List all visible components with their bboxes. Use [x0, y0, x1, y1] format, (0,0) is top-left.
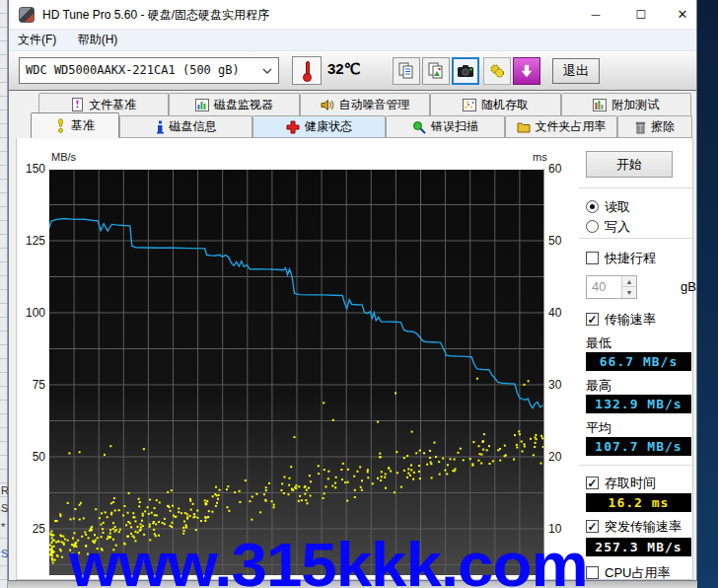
copy-text-button[interactable]: [393, 57, 420, 85]
info-icon: [156, 120, 165, 134]
write-radio-label: 写入: [605, 218, 630, 236]
tab-label: 自动噪音管理: [339, 97, 410, 113]
access-time-label: 存取时间: [605, 475, 656, 492]
access-time-row[interactable]: 存取时间: [586, 475, 656, 491]
avg-label: 平均: [586, 419, 611, 437]
file-benchmark-icon: [71, 98, 84, 111]
read-radio[interactable]: [586, 200, 599, 213]
write-radio[interactable]: [586, 220, 599, 233]
shortstroke-checkbox[interactable]: [586, 252, 599, 264]
menubar: 文件(F) 帮助(H): [9, 30, 696, 51]
background-text-fragment: *: [1, 522, 5, 533]
right-axis-tick-label: 60: [548, 162, 561, 176]
transfer-checkbox[interactable]: [586, 313, 599, 326]
magnifier-icon: [412, 120, 426, 134]
shortstroke-value: 40: [592, 279, 606, 294]
left-axis-tick-label: 50: [16, 450, 45, 464]
shortstroke-unit: gB: [681, 279, 696, 294]
tab-label: 磁盘监视器: [214, 97, 273, 113]
separator: [579, 465, 694, 466]
options-button[interactable]: [483, 57, 511, 85]
toolbar: WDC WD5000AAKX-221CA1 (500 gB) 32℃: [9, 51, 696, 91]
minimize-button[interactable]: ─: [577, 0, 614, 30]
chevron-down-icon: [262, 67, 272, 75]
menu-help[interactable]: 帮助(H): [69, 30, 127, 50]
start-button[interactable]: 开始: [586, 151, 673, 178]
write-radio-row[interactable]: 写入: [586, 218, 630, 235]
right-axis-tick-label: 50: [548, 234, 561, 248]
maximize-button[interactable]: ☐: [622, 0, 660, 30]
tab-random-access[interactable]: 随机存取: [430, 93, 560, 115]
tab-label: 磁盘信息: [170, 118, 217, 135]
tab-label: 擦除: [651, 118, 675, 135]
tab-folder-usage[interactable]: 文件夹占用率: [505, 115, 617, 137]
copy-text-icon: [397, 62, 415, 80]
left-axis-unit: MB/s: [51, 151, 76, 163]
window-title: HD Tune Pro 5.60 - 硬盘/固态硬盘实用程序: [42, 0, 269, 30]
tab-benchmark[interactable]: 基准: [31, 112, 119, 137]
spinner-buttons: ▲ ▼: [621, 276, 636, 298]
copy-image-icon: [427, 62, 445, 80]
max-value-display: 132.9 MB/s: [586, 395, 691, 413]
burst-label: 突发传输速率: [605, 518, 682, 536]
tab-erase[interactable]: 擦除: [617, 115, 692, 137]
read-radio-row[interactable]: 读取: [586, 198, 630, 215]
speaker-icon: [321, 99, 334, 111]
drive-select[interactable]: WDC WD5000AAKX-221CA1 (500 gB): [19, 57, 279, 84]
watermark-text: www.315kkk.com: [69, 529, 588, 588]
access-time-display: 16.2 ms: [586, 493, 691, 512]
tab-disk-monitor[interactable]: 磁盘监视器: [169, 93, 299, 115]
tab-label: 文件基准: [89, 97, 136, 113]
tab-extra-tests[interactable]: 附加测试: [561, 93, 691, 115]
trash-icon: [635, 120, 646, 134]
cpu-usage-checkbox[interactable]: [586, 566, 599, 579]
screenshot-button[interactable]: [452, 57, 479, 85]
separator: [579, 187, 694, 188]
burst-row[interactable]: 突发传输速率: [586, 518, 682, 535]
read-radio-label: 读取: [605, 198, 630, 216]
tab-aam[interactable]: 自动噪音管理: [300, 93, 430, 115]
left-axis-tick-label: 125: [16, 234, 45, 248]
shortstroke-label: 快捷行程: [605, 250, 656, 267]
extra-tests-icon: [593, 99, 607, 111]
min-value-display: 66.7 MB/s: [586, 352, 691, 371]
tab-label: 文件夹占用率: [536, 118, 607, 135]
app-icon: [19, 7, 35, 23]
max-label: 最高: [586, 377, 611, 395]
temperature-button[interactable]: [292, 56, 322, 85]
benchmark-icon: [55, 118, 66, 133]
cpu-usage-row[interactable]: CPU占用率: [586, 564, 670, 581]
close-button[interactable]: ✕: [664, 0, 701, 30]
min-label: 最低: [586, 334, 611, 352]
temperature-value: 32℃: [327, 60, 361, 78]
folder-icon: [517, 121, 531, 133]
background-spreadsheet-strip: RS*S: [0, 0, 8, 588]
access-time-checkbox[interactable]: [586, 477, 599, 489]
spinner-up-icon[interactable]: ▲: [622, 276, 636, 287]
gears-icon: [488, 63, 506, 79]
right-axis-tick-label: 30: [548, 378, 561, 392]
left-axis-tick-label: 75: [16, 378, 45, 392]
menu-file[interactable]: 文件(F): [9, 30, 65, 50]
spinner-down-icon[interactable]: ▼: [622, 287, 636, 298]
tab-health[interactable]: 健康状态: [252, 115, 386, 137]
left-axis-tick-label: 100: [16, 306, 45, 320]
copy-image-button[interactable]: [422, 57, 450, 85]
transfer-label: 传输速率: [605, 311, 656, 329]
left-axis-tick-label: 25: [16, 522, 45, 536]
benchmark-plot: [49, 169, 544, 575]
disk-monitor-icon: [195, 99, 209, 111]
down-arrow-icon: [520, 64, 534, 78]
background-desktop-right: [697, 0, 718, 588]
random-access-icon: [463, 99, 476, 111]
save-button[interactable]: [513, 57, 540, 85]
tab-row-secondary: 文件基准 磁盘监视器 自动噪音管理 随机存取: [38, 93, 691, 115]
tab-disk-info[interactable]: 磁盘信息: [119, 115, 252, 137]
transfer-row[interactable]: 传输速率: [586, 311, 656, 328]
exit-button[interactable]: 退出: [552, 58, 600, 84]
shortstroke-row[interactable]: 快捷行程: [586, 250, 656, 266]
shortstroke-spinner[interactable]: 40 ▲ ▼: [586, 275, 637, 299]
right-axis-tick-label: 20: [548, 450, 561, 464]
tab-error-scan[interactable]: 错误扫描: [386, 115, 505, 137]
burst-checkbox[interactable]: [586, 520, 599, 533]
